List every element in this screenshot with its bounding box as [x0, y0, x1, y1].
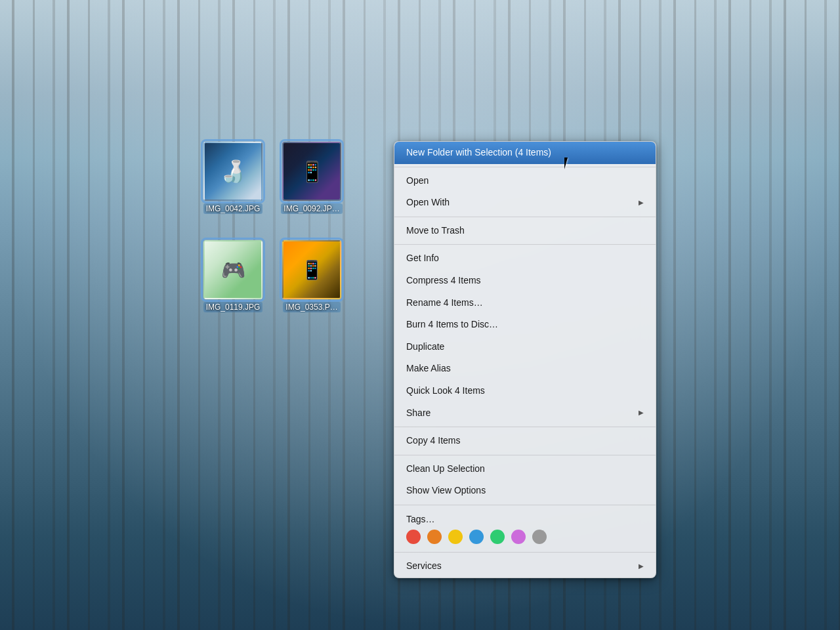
tags-label[interactable]: Tags… [406, 511, 644, 530]
menu-item-make-alias[interactable]: Make Alias [394, 358, 656, 380]
desktop-icons-group: IMG_0042.JPG IMG_0092.JP… IMG_0119.JPG I… [194, 138, 351, 335]
context-menu: New Folder with Selection (4 Items) Open… [394, 141, 656, 578]
tag-dot-red[interactable] [406, 530, 421, 544]
icon-label-img0119: IMG_0119.JPG [203, 302, 263, 312]
icon-thumbnail-img0092 [282, 142, 341, 201]
tag-dot-green[interactable] [490, 530, 505, 544]
icon-label-img0353: IMG_0353.P… [283, 302, 340, 312]
menu-separator-7 [394, 552, 656, 553]
icon-label-img0042: IMG_0042.JPG [203, 203, 263, 214]
menu-item-get-info[interactable]: Get Info [394, 247, 656, 270]
submenu-arrow-open-with: ▶ [639, 198, 644, 207]
icon-label-img0092: IMG_0092.JP… [281, 203, 342, 214]
tag-dot-gray[interactable] [532, 530, 547, 544]
menu-item-cleanup[interactable]: Clean Up Selection [394, 458, 656, 480]
menu-separator-4 [394, 427, 656, 427]
tag-dot-blue[interactable] [469, 530, 484, 544]
menu-item-rename[interactable]: Rename 4 Items… [394, 292, 656, 314]
desktop-icon-img0119[interactable]: IMG_0119.JPG [194, 236, 272, 335]
tags-dots [406, 530, 644, 544]
tag-dot-orange[interactable] [427, 530, 442, 544]
menu-separator-3 [394, 244, 656, 245]
menu-item-quick-look[interactable]: Quick Look 4 Items [394, 380, 656, 402]
desktop-icon-img0092[interactable]: IMG_0092.JP… [272, 138, 351, 236]
desktop-icon-img0042[interactable]: IMG_0042.JPG [194, 138, 272, 236]
icon-thumbnail-img0353 [282, 240, 341, 299]
menu-item-duplicate[interactable]: Duplicate [394, 336, 656, 358]
tag-dot-purple[interactable] [511, 530, 526, 544]
submenu-arrow-share: ▶ [639, 408, 644, 417]
desktop-icon-img0353[interactable]: IMG_0353.P… [272, 236, 351, 335]
menu-item-copy[interactable]: Copy 4 Items [394, 430, 656, 452]
menu-separator-2 [394, 217, 656, 217]
submenu-arrow-services: ▶ [639, 562, 644, 571]
icon-thumbnail-img0042 [203, 142, 262, 201]
menu-separator-6 [394, 505, 656, 505]
menu-item-burn[interactable]: Burn 4 Items to Disc… [394, 314, 656, 336]
menu-item-open[interactable]: Open [394, 170, 656, 192]
menu-separator-5 [394, 455, 656, 455]
menu-item-move-to-trash[interactable]: Move to Trash [394, 220, 656, 242]
menu-item-share[interactable]: Share ▶ [394, 402, 656, 425]
tags-section: Tags… [394, 508, 656, 549]
menu-item-open-with[interactable]: Open With ▶ [394, 192, 656, 214]
menu-separator-1 [394, 167, 656, 167]
menu-item-compress[interactable]: Compress 4 Items [394, 270, 656, 292]
icon-thumbnail-img0119 [203, 240, 262, 299]
menu-item-new-folder-selection[interactable]: New Folder with Selection (4 Items) [394, 142, 656, 164]
menu-item-services[interactable]: Services ▶ [394, 555, 656, 578]
menu-item-show-view-options[interactable]: Show View Options [394, 480, 656, 502]
tag-dot-yellow[interactable] [448, 530, 463, 544]
